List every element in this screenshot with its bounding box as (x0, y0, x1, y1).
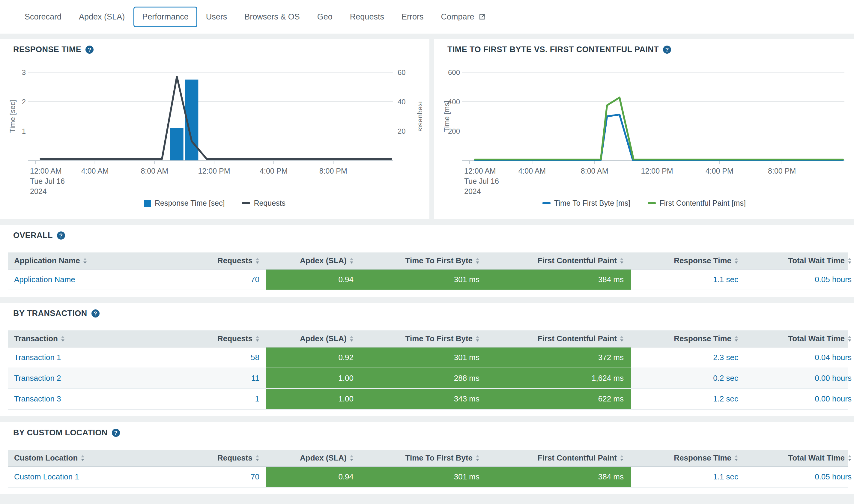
cell-link[interactable]: 0.05 hours (743, 270, 854, 290)
column-header-first-contentful-paint[interactable]: First Contentful Paint (504, 330, 631, 347)
cell-link[interactable]: Transaction 2 (8, 368, 176, 388)
sort-icon (848, 455, 852, 462)
cell-link[interactable]: Transaction 3 (8, 389, 176, 409)
column-header-requests[interactable]: Requests (176, 330, 266, 347)
help-icon[interactable]: ? (57, 232, 65, 239)
cell-link[interactable]: 0.05 hours (743, 467, 854, 487)
cell-link[interactable]: 1 (176, 389, 266, 409)
column-header-total-wait-time[interactable]: Total Wait Time (743, 450, 854, 466)
x-axis-tick-label: 8:00 PM (319, 167, 347, 175)
column-header-first-contentful-paint[interactable]: First Contentful Paint (504, 450, 631, 466)
help-icon[interactable]: ? (112, 429, 120, 437)
cell-link[interactable]: 2.3 sec (631, 347, 743, 367)
column-header-label: Response Time (674, 334, 731, 343)
tab-errors[interactable]: Errors (393, 6, 432, 27)
sort-icon (476, 455, 479, 462)
help-icon[interactable]: ? (86, 46, 94, 54)
x-axis-tick-label: 8:00 PM (768, 167, 796, 175)
column-header-requests[interactable]: Requests (176, 252, 266, 269)
cell-link[interactable]: 11 (176, 368, 266, 388)
cell-link[interactable]: 1.2 sec (631, 389, 743, 409)
metric-cell: 343 ms (378, 389, 504, 409)
column-header-response-time[interactable]: Response Time (631, 330, 743, 347)
charts-row: RESPONSE TIME ? 120240360Time [sec]Reque… (0, 39, 854, 219)
tab-label: Apdex (SLA) (79, 12, 125, 22)
cell-link[interactable]: 1.1 sec (631, 467, 743, 487)
response-time-chart: 120240360Time [sec]Requests12:00 AMTue J… (7, 61, 422, 196)
column-header-apdex-sla[interactable]: Apdex (SLA) (266, 450, 378, 466)
column-header-total-wait-time[interactable]: Total Wait Time (743, 330, 854, 347)
first-contentful-paint-ms-line (475, 97, 843, 160)
metric-cell: 301 ms (378, 467, 504, 487)
cell-link[interactable]: 0.00 hours (743, 389, 854, 409)
column-header-requests[interactable]: Requests (176, 450, 266, 466)
column-header-response-time[interactable]: Response Time (631, 450, 743, 466)
tab-label: Geo (317, 12, 332, 22)
tab-browsers-os[interactable]: Browsers & OS (236, 6, 309, 27)
cell-link[interactable]: Custom Location 1 (8, 467, 176, 487)
panel-title-ttfb-fcp: TIME TO FIRST BYTE VS. FIRST CONTENTFUL … (448, 45, 659, 54)
column-header-transaction[interactable]: Transaction (8, 330, 176, 347)
metric-cell: 384 ms (504, 270, 631, 290)
column-header-total-wait-time[interactable]: Total Wait Time (743, 252, 854, 269)
tab-compare[interactable]: Compare (432, 6, 494, 27)
column-header-time-to-first-byte[interactable]: Time To First Byte (378, 450, 504, 466)
legend-label: Requests (254, 199, 286, 208)
cell-link[interactable]: 0.04 hours (743, 347, 854, 367)
x-axis-tick-label: 2024 (30, 187, 47, 196)
cell-link[interactable]: 1.1 sec (631, 270, 743, 290)
table-header-row: Custom LocationRequestsApdex (SLA)Time T… (8, 450, 848, 467)
cell-link[interactable]: 0.2 sec (631, 368, 743, 388)
x-axis-tick-label: Tue Jul 16 (30, 177, 65, 185)
table-header-row: Application NameRequestsApdex (SLA)Time … (8, 252, 848, 270)
column-header-first-contentful-paint[interactable]: First Contentful Paint (504, 252, 631, 269)
tab-geo[interactable]: Geo (309, 6, 341, 27)
table-row: Custom Location 1700.94301 ms384 ms1.1 s… (8, 467, 848, 487)
cell-link[interactable]: 58 (176, 347, 266, 367)
tab-performance[interactable]: Performance (133, 6, 197, 27)
tab-requests[interactable]: Requests (341, 6, 393, 27)
cell-link[interactable]: Transaction 1 (8, 347, 176, 367)
column-header-application-name[interactable]: Application Name (8, 252, 176, 269)
sort-icon (734, 336, 738, 342)
cell-link[interactable]: Application Name (8, 270, 176, 290)
overall-table: Application NameRequestsApdex (SLA)Time … (8, 252, 848, 290)
column-header-label: Response Time (674, 453, 731, 463)
sort-icon (83, 257, 87, 264)
cell-link[interactable]: 0.00 hours (743, 368, 854, 388)
help-icon[interactable]: ? (663, 46, 671, 54)
metric-cell: 372 ms (504, 347, 631, 367)
x-axis-tick-label: 8:00 AM (581, 167, 608, 175)
column-header-time-to-first-byte[interactable]: Time To First Byte (378, 330, 504, 347)
external-link-icon (478, 13, 486, 21)
table-row: Transaction 2111.00288 ms1,624 ms0.2 sec… (8, 368, 848, 389)
column-header-apdex-sla[interactable]: Apdex (SLA) (266, 252, 378, 269)
column-header-label: Apdex (SLA) (300, 256, 347, 265)
sort-icon (81, 455, 85, 462)
column-header-label: Application Name (14, 256, 80, 265)
column-header-apdex-sla[interactable]: Apdex (SLA) (266, 330, 378, 347)
tab-scorecard[interactable]: Scorecard (16, 6, 70, 27)
cell-link[interactable]: 70 (176, 467, 266, 487)
column-header-time-to-first-byte[interactable]: Time To First Byte (378, 252, 504, 269)
column-header-custom-location[interactable]: Custom Location (8, 450, 176, 466)
requests-line (40, 77, 391, 159)
section-title-by-custom-location: BY CUSTOM LOCATION (13, 428, 108, 437)
metric-cell: 0.92 (266, 347, 378, 367)
column-header-label: First Contentful Paint (538, 453, 617, 463)
tab-users[interactable]: Users (197, 6, 236, 27)
column-header-label: Time To First Byte (405, 334, 473, 343)
tab-apdex-sla[interactable]: Apdex (SLA) (70, 6, 133, 27)
legend-swatch (242, 202, 250, 204)
sort-icon (61, 336, 65, 342)
metric-cell: 301 ms (378, 347, 504, 367)
table-row: Transaction 311.00343 ms622 ms1.2 sec0.0… (8, 389, 848, 410)
legend-item-first-contentful-paint-ms[interactable]: First Contentful Paint [ms] (648, 199, 746, 208)
column-header-response-time[interactable]: Response Time (631, 252, 743, 269)
legend-item-time-to-first-byte-ms[interactable]: Time To First Byte [ms] (542, 199, 630, 208)
cell-link[interactable]: 70 (176, 270, 266, 290)
x-axis-tick-label: 12:00 PM (641, 167, 673, 175)
help-icon[interactable]: ? (91, 309, 99, 318)
legend-item-requests[interactable]: Requests (242, 199, 286, 208)
legend-item-response-time-sec[interactable]: Response Time [sec] (144, 199, 224, 208)
